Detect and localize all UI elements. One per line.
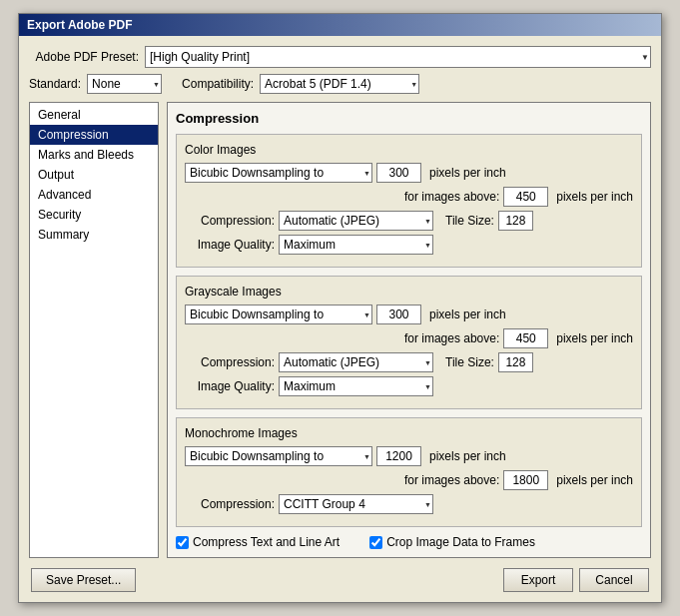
- color-above-label: for images above:: [404, 190, 499, 204]
- color-downsample-row: Off Average Downsampling to Subsampling …: [185, 163, 633, 183]
- std-compat-row: Standard: None PDF/A-1b PDF/X-1a PDF/X-3…: [29, 74, 651, 94]
- mono-compression-wrapper: None CCITT Group 3 CCITT Group 4 ZIP Run…: [279, 494, 433, 514]
- gray-compression-wrapper: None Automatic (JPEG) JPEG JPEG2000 (Los…: [279, 352, 433, 372]
- color-above-unit: pixels per inch: [556, 190, 633, 204]
- mono-above-input[interactable]: 1800: [503, 470, 548, 490]
- compress-text-checkbox[interactable]: [176, 536, 189, 549]
- gray-above-label: for images above:: [404, 331, 499, 345]
- preset-select[interactable]: [High Quality Print] [PDF/X-1a:2001] [Pr…: [145, 46, 651, 68]
- sidebar-item-marks-bleeds[interactable]: Marks and Bleeds: [30, 145, 158, 165]
- gray-quality-wrapper: Minimum Low Medium High Maximum: [279, 376, 433, 396]
- color-tile-label: Tile Size:: [445, 214, 494, 228]
- mono-dpi-unit: pixels per inch: [429, 449, 506, 463]
- color-quality-select[interactable]: Minimum Low Medium High Maximum: [279, 235, 433, 255]
- color-compression-label: Compression:: [185, 214, 275, 228]
- crop-image-checkbox[interactable]: [369, 536, 382, 549]
- mono-downsample-row: Off Average Downsampling to Subsampling …: [185, 446, 633, 466]
- mono-downsample-select[interactable]: Off Average Downsampling to Subsampling …: [185, 446, 372, 466]
- color-compression-select[interactable]: None Automatic (JPEG) JPEG JPEG2000 (Los…: [279, 211, 433, 231]
- sidebar-item-security[interactable]: Security: [30, 205, 158, 225]
- color-dpi-input[interactable]: 300: [376, 163, 421, 183]
- standard-select-wrapper: None PDF/A-1b PDF/X-1a PDF/X-3: [87, 74, 162, 94]
- preset-row: Adobe PDF Preset: [High Quality Print] […: [29, 46, 651, 68]
- content-area: Compression Color Images Off Average Dow…: [167, 102, 651, 558]
- save-preset-button[interactable]: Save Preset...: [31, 568, 136, 592]
- main-content: General Compression Marks and Bleeds Out…: [29, 102, 651, 558]
- standard-section: Standard: None PDF/A-1b PDF/X-1a PDF/X-3: [29, 74, 162, 94]
- compatibility-select[interactable]: Acrobat 4 (PDF 1.3) Acrobat 5 (PDF 1.4) …: [260, 74, 419, 94]
- gray-above-input[interactable]: 450: [503, 328, 548, 348]
- mono-dpi-input[interactable]: 1200: [376, 446, 421, 466]
- mono-above-row: for images above: 1800 pixels per inch: [185, 470, 633, 490]
- mono-above-unit: pixels per inch: [556, 473, 633, 487]
- color-above-input[interactable]: 450: [503, 187, 548, 207]
- mono-compression-select[interactable]: None CCITT Group 3 CCITT Group 4 ZIP Run…: [279, 494, 433, 514]
- color-quality-wrapper: Minimum Low Medium High Maximum: [279, 235, 433, 255]
- compatibility-select-wrapper: Acrobat 4 (PDF 1.3) Acrobat 5 (PDF 1.4) …: [260, 74, 419, 94]
- section-title: Compression: [176, 111, 642, 126]
- compatibility-label: Compatibility:: [182, 77, 254, 91]
- color-compression-row: Compression: None Automatic (JPEG) JPEG …: [185, 211, 633, 231]
- right-buttons: Export Cancel: [503, 568, 649, 592]
- gray-dpi-input[interactable]: 300: [376, 305, 421, 324]
- mono-compression-label: Compression:: [185, 497, 275, 511]
- sidebar: General Compression Marks and Bleeds Out…: [29, 102, 159, 558]
- gray-above-unit: pixels per inch: [556, 331, 633, 345]
- gray-compression-select[interactable]: None Automatic (JPEG) JPEG JPEG2000 (Los…: [279, 352, 433, 372]
- title-label: Export Adobe PDF: [27, 18, 133, 32]
- mono-downsample-wrapper: Off Average Downsampling to Subsampling …: [185, 446, 372, 466]
- gray-downsample-select[interactable]: Off Average Downsampling to Subsampling …: [185, 305, 372, 324]
- preset-label: Adobe PDF Preset:: [29, 50, 139, 64]
- color-tile-input[interactable]: 128: [498, 211, 533, 231]
- footer-checkboxes: Compress Text and Line Art Crop Image Da…: [176, 535, 642, 549]
- color-images-group: Color Images Off Average Downsampling to…: [176, 134, 642, 268]
- gray-compression-row: Compression: None Automatic (JPEG) JPEG …: [185, 352, 633, 372]
- gray-quality-select[interactable]: Minimum Low Medium High Maximum: [279, 376, 433, 396]
- cancel-button[interactable]: Cancel: [579, 568, 649, 592]
- preset-select-wrapper: [High Quality Print] [PDF/X-1a:2001] [Pr…: [145, 46, 651, 68]
- mono-compression-row: Compression: None CCITT Group 3 CCITT Gr…: [185, 494, 633, 514]
- gray-above-row: for images above: 450 pixels per inch: [185, 328, 633, 348]
- grayscale-images-group: Grayscale Images Off Average Downsamplin…: [176, 276, 642, 409]
- gray-downsample-row: Off Average Downsampling to Subsampling …: [185, 305, 633, 324]
- bottom-buttons: Save Preset... Export Cancel: [29, 568, 651, 592]
- gray-downsample-wrapper: Off Average Downsampling to Subsampling …: [185, 305, 372, 324]
- export-button[interactable]: Export: [503, 568, 573, 592]
- gray-quality-row: Image Quality: Minimum Low Medium High M…: [185, 376, 633, 396]
- sidebar-item-summary[interactable]: Summary: [30, 225, 158, 245]
- monochrome-images-label: Monochrome Images: [185, 426, 633, 440]
- export-pdf-dialog: Export Adobe PDF Adobe PDF Preset: [High…: [18, 13, 662, 603]
- crop-image-label[interactable]: Crop Image Data to Frames: [369, 535, 535, 549]
- gray-quality-label: Image Quality:: [185, 379, 275, 393]
- monochrome-images-group: Monochrome Images Off Average Downsampli…: [176, 417, 642, 527]
- sidebar-item-compression[interactable]: Compression: [30, 125, 158, 145]
- title-bar: Export Adobe PDF: [19, 14, 661, 36]
- gray-tile-input[interactable]: 128: [498, 352, 533, 372]
- standard-label: Standard:: [29, 77, 81, 91]
- gray-tile-label: Tile Size:: [445, 355, 494, 369]
- color-downsample-select[interactable]: Off Average Downsampling to Subsampling …: [185, 163, 372, 183]
- standard-select[interactable]: None PDF/A-1b PDF/X-1a PDF/X-3: [87, 74, 162, 94]
- color-quality-row: Image Quality: Minimum Low Medium High M…: [185, 235, 633, 255]
- grayscale-images-label: Grayscale Images: [185, 285, 633, 299]
- compress-text-label[interactable]: Compress Text and Line Art: [176, 535, 340, 549]
- compatibility-section: Compatibility: Acrobat 4 (PDF 1.3) Acrob…: [182, 74, 419, 94]
- mono-above-label: for images above:: [404, 473, 499, 487]
- sidebar-item-advanced[interactable]: Advanced: [30, 185, 158, 205]
- gray-compression-label: Compression:: [185, 355, 275, 369]
- color-compression-wrapper: None Automatic (JPEG) JPEG JPEG2000 (Los…: [279, 211, 433, 231]
- sidebar-item-general[interactable]: General: [30, 105, 158, 125]
- gray-dpi-unit: pixels per inch: [429, 308, 506, 321]
- sidebar-item-output[interactable]: Output: [30, 165, 158, 185]
- color-downsample-wrapper: Off Average Downsampling to Subsampling …: [185, 163, 372, 183]
- color-quality-label: Image Quality:: [185, 238, 275, 252]
- color-images-label: Color Images: [185, 143, 633, 157]
- color-dpi-unit: pixels per inch: [429, 166, 506, 180]
- color-above-row: for images above: 450 pixels per inch: [185, 187, 633, 207]
